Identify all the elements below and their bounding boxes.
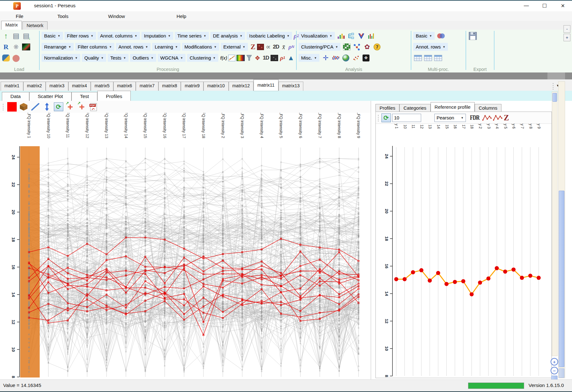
volcano-icon[interactable]: ❖	[254, 53, 261, 63]
box-icon[interactable]	[18, 101, 29, 112]
visualization-menu-button[interactable]: Visualization▼	[299, 32, 335, 40]
color-swatch[interactable]	[6, 101, 18, 112]
matrix-tab-matrix9[interactable]: matrix9	[181, 82, 203, 91]
basic-menu-button[interactable]: Basic▼	[42, 32, 63, 40]
pdf-export-icon[interactable]: PDF	[88, 101, 99, 112]
proportion-icon[interactable]: ∝	[265, 42, 272, 52]
learning-menu-button[interactable]: Learning▼	[152, 43, 180, 51]
generic-load-icon[interactable]: ⬤	[11, 53, 21, 63]
annot-rows-menu-button[interactable]: Annot. rows▼	[116, 43, 151, 51]
matrix-tab-matrix11[interactable]: matrix11	[254, 79, 278, 91]
workspace-tab-matrix[interactable]: Matrix	[1, 21, 22, 30]
splitter-handle[interactable]	[547, 72, 565, 79]
zscore-icon[interactable]: Z	[249, 42, 256, 52]
add-profiles-alt-icon[interactable]: +↗	[76, 101, 88, 112]
clustering-pca-menu-button[interactable]: Clustering/PCA▼	[299, 43, 340, 51]
normalization-menu-button[interactable]: Normalization▼	[42, 54, 80, 62]
p1-icon[interactable]: ρ1	[279, 53, 287, 63]
reference-tab-reference-profile[interactable]: Reference profile	[431, 102, 475, 112]
pn-icon[interactable]: ρN	[288, 42, 295, 52]
funnel-icon[interactable]	[245, 53, 253, 63]
save-session-icon[interactable]: ▤↓	[21, 31, 31, 41]
load-session-icon[interactable]: ▤	[11, 31, 21, 41]
refresh-icon[interactable]: ⟳	[381, 113, 391, 122]
misc-menu-button[interactable]: Misc.▼	[299, 54, 319, 62]
pencil-line-icon[interactable]	[30, 101, 41, 112]
quality-menu-button[interactable]: Quality▼	[82, 54, 106, 62]
external-menu-button[interactable]: External▼	[221, 43, 248, 51]
time-series-menu-button[interactable]: Time series▼	[175, 32, 209, 40]
reference-tab-profiles[interactable]: Profiles	[375, 104, 399, 112]
matlab-plugin-icon[interactable]: ❋	[11, 42, 21, 52]
filter-columns-menu-button[interactable]: Filter columns▼	[75, 43, 114, 51]
upload-icon[interactable]: ↑	[1, 31, 11, 41]
inner-vertical-scrollbar[interactable]	[552, 91, 558, 356]
fit-icon[interactable]	[228, 53, 236, 63]
outliers-menu-button[interactable]: Outliers▼	[130, 54, 156, 62]
ribbon-expand-button[interactable]: +	[563, 34, 570, 41]
reference-tab-categories[interactable]: Categories	[399, 104, 431, 112]
twod-icon[interactable]: 2D	[272, 42, 279, 52]
outer-scrollbar-thumb2[interactable]	[559, 368, 564, 378]
toolbar-grip[interactable]	[552, 82, 554, 90]
hand-icon[interactable]: ✥	[361, 53, 371, 63]
multichart-icon[interactable]	[367, 31, 376, 41]
reference-tab-columns[interactable]: Columns	[475, 104, 501, 112]
network-icon[interactable]	[352, 42, 362, 52]
profile-count-input[interactable]	[392, 114, 421, 122]
menu-tools[interactable]: Tools	[55, 12, 71, 20]
inner-scrollbar-thumb[interactable]	[552, 93, 557, 102]
matrix-tab-matrix12[interactable]: matrix12	[229, 82, 254, 91]
refresh-icon[interactable]: ⟳	[53, 101, 64, 112]
heatmap-grid-icon[interactable]	[342, 42, 352, 52]
imputation-menu-button[interactable]: Imputation▼	[141, 32, 173, 40]
annot-rows-menu-button[interactable]: Annot. rows▼	[413, 43, 448, 51]
basic-menu-button[interactable]: Basic▼	[413, 32, 435, 40]
table-icon[interactable]	[423, 53, 433, 63]
zoom-in-icon[interactable]: +	[551, 358, 558, 366]
matrix-tab-matrix13[interactable]: matrix13	[278, 82, 304, 91]
de-analysis-menu-button[interactable]: DE analysis▼	[210, 32, 245, 40]
reference-profile-plot-svg[interactable]: intensity 1intensity 10intensity 11inten…	[376, 124, 552, 378]
save-icon[interactable]	[468, 31, 478, 41]
matrix-tab-matrix8[interactable]: matrix8	[158, 82, 181, 91]
outer-vertical-scrollbar[interactable]	[558, 81, 565, 378]
workspace-tab-network[interactable]: Network	[22, 21, 47, 30]
matrix-tab-matrix10[interactable]: matrix10	[203, 82, 229, 91]
globe-icon[interactable]	[341, 53, 351, 63]
view-tab-profiles[interactable]: Profiles	[97, 91, 131, 101]
maximize-button[interactable]: ☐	[535, 1, 554, 11]
matrix-tab-matrix7[interactable]: matrix7	[136, 82, 158, 91]
r-plugin-icon[interactable]: R	[1, 42, 11, 52]
python-plugin-icon[interactable]	[1, 53, 11, 63]
fx-icon[interactable]: f(x)	[220, 53, 228, 63]
scatter-icon[interactable]	[351, 53, 361, 63]
mean-icon[interactable]: x̄	[280, 42, 287, 52]
seven-icon[interactable]: 7	[372, 42, 382, 52]
annot-columns-menu-button[interactable]: Annot. columns▼	[98, 32, 140, 40]
tests-menu-button[interactable]: Tests▼	[108, 54, 129, 62]
venn-icon[interactable]	[436, 31, 446, 41]
menu-help[interactable]: Help	[174, 12, 189, 20]
flower-icon[interactable]: ✿	[362, 42, 372, 52]
matrix-tab-matrix2[interactable]: matrix2	[23, 82, 46, 91]
vplot-icon[interactable]	[357, 31, 366, 41]
wgcna-menu-button[interactable]: WGCNA▼	[158, 54, 186, 62]
isobaric-labeling-menu-button[interactable]: Isobaric Labeling▼	[247, 32, 292, 40]
filter-rows-menu-button[interactable]: Filter rows▼	[65, 32, 96, 40]
table-icon[interactable]	[413, 53, 423, 63]
summary-icon[interactable]: ✛	[321, 53, 330, 63]
heatmap-icon[interactable]	[237, 53, 245, 63]
outer-scrollbar-thumb[interactable]	[559, 191, 564, 367]
add-profiles-icon[interactable]: +↗	[65, 101, 76, 112]
menu-window[interactable]: Window	[106, 12, 127, 20]
profile-zigzag-icon[interactable]	[482, 114, 492, 122]
toolbar-grip[interactable]	[377, 114, 380, 122]
view-tab-test[interactable]: Test	[72, 92, 97, 101]
profiles-icon[interactable]	[331, 53, 340, 63]
table-icon[interactable]	[433, 53, 443, 63]
fdr-icon[interactable]: FDR	[468, 114, 481, 121]
matrix-tab-matrix4[interactable]: matrix4	[68, 82, 91, 91]
matrix-tab-matrix5[interactable]: matrix5	[91, 82, 113, 91]
zoom-out-icon[interactable]: −	[551, 367, 558, 374]
